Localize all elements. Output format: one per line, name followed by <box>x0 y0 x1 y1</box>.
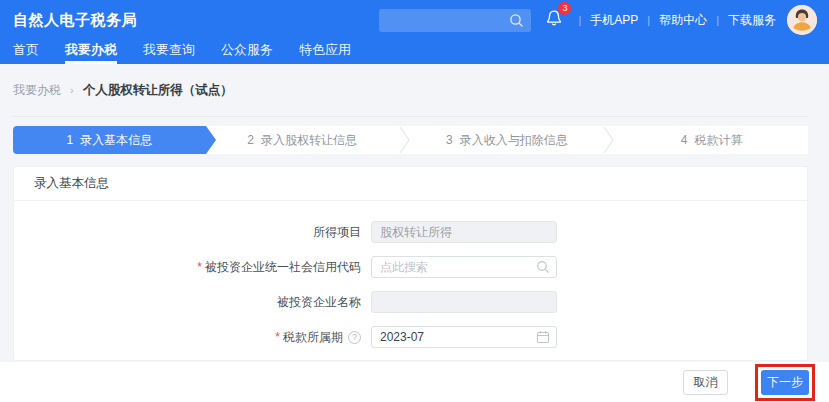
step-1-basic-info[interactable]: 1 录入基本信息 <box>13 126 206 154</box>
nav-item-file-tax[interactable]: 我要办税 <box>65 40 117 64</box>
breadcrumb-separator-icon: › <box>70 84 74 96</box>
section-title: 录入基本信息 <box>14 167 807 201</box>
step-label: 录入股权转让信息 <box>261 132 357 149</box>
nav-item-query[interactable]: 我要查询 <box>143 40 195 64</box>
header-separator: | <box>647 14 650 26</box>
avatar-illustration <box>787 5 817 35</box>
header-separator: | <box>716 14 719 26</box>
page-body: 我要办税 › 个人股权转让所得（试点） 1 录入基本信息 2 录入股权转让信息 … <box>0 64 829 402</box>
step-separator-chevron-icon <box>603 126 615 154</box>
user-avatar[interactable] <box>787 5 817 35</box>
field-label: 所得项目 <box>14 224 371 241</box>
breadcrumb-parent[interactable]: 我要办税 <box>13 82 61 99</box>
next-step-button[interactable]: 下一步 <box>761 370 809 395</box>
search-icon[interactable] <box>509 13 524 28</box>
field-label: * 被投资企业统一社会信用代码 <box>14 259 371 276</box>
annotation-highlight-box: 下一步 <box>755 364 815 401</box>
step-3-income-deduction-info[interactable]: 3 录入收入与扣除信息 <box>411 126 604 154</box>
nav-item-featured-apps[interactable]: 特色应用 <box>299 40 351 64</box>
basic-info-card: 录入基本信息 所得项目 * 被投资企业统一社会信用代码 <box>13 166 808 361</box>
company-name-input-wrap <box>371 291 557 313</box>
required-asterisk: * <box>275 330 280 344</box>
basic-info-form: 所得项目 * 被投资企业统一社会信用代码 <box>14 201 807 362</box>
field-income-item: 所得项目 <box>14 221 807 243</box>
breadcrumb-divider <box>13 116 808 117</box>
main-nav: 首页 我要办税 我要查询 公众服务 特色应用 <box>0 40 829 64</box>
step-wizard: 1 录入基本信息 2 录入股权转让信息 3 录入收入与扣除信息 4 税款计算 <box>13 126 808 154</box>
step-number: 2 <box>247 133 254 147</box>
step-number: 4 <box>681 133 688 147</box>
header-actions: 3 | 手机APP | 帮助中心 | 下载服务 <box>379 0 817 40</box>
app-window: 自然人电子税务局 3 | 手机APP | 帮助中心 | 下载服务 <box>0 0 829 402</box>
field-label: * 税款所属期 ? <box>14 329 371 346</box>
step-separator-chevron-icon <box>399 126 411 154</box>
step-2-equity-transfer-info[interactable]: 2 录入股权转让信息 <box>206 126 399 154</box>
credit-code-input-wrap <box>371 256 557 278</box>
nav-item-home[interactable]: 首页 <box>13 40 39 64</box>
step-4-tax-calculation[interactable]: 4 税款计算 <box>615 126 808 154</box>
step-label: 录入基本信息 <box>80 132 152 149</box>
label-text: 税款所属期 <box>283 329 343 346</box>
label-text: 所得项目 <box>313 224 361 241</box>
link-help-center[interactable]: 帮助中心 <box>659 12 707 29</box>
search-icon[interactable] <box>536 260 550 274</box>
label-text: 被投资企业名称 <box>277 294 361 311</box>
income-item-input <box>371 221 557 243</box>
income-item-input-wrap <box>371 221 557 243</box>
credit-code-input[interactable] <box>371 256 557 278</box>
calendar-icon[interactable] <box>536 330 550 344</box>
top-header: 自然人电子税务局 3 | 手机APP | 帮助中心 | 下载服务 <box>0 0 829 40</box>
step-number: 1 <box>67 133 74 147</box>
label-text: 被投资企业统一社会信用代码 <box>205 259 361 276</box>
breadcrumb-current: 个人股权转让所得（试点） <box>83 82 233 99</box>
link-mobile-app[interactable]: 手机APP <box>590 12 638 29</box>
field-company-name: 被投资企业名称 <box>14 291 807 313</box>
action-bar: 取消 下一步 <box>0 362 829 402</box>
link-download-service[interactable]: 下载服务 <box>728 12 776 29</box>
step-label: 录入收入与扣除信息 <box>460 132 568 149</box>
field-label: 被投资企业名称 <box>14 294 371 311</box>
app-title: 自然人电子税务局 <box>13 11 137 30</box>
nav-item-public-service[interactable]: 公众服务 <box>221 40 273 64</box>
step-label: 税款计算 <box>694 132 742 149</box>
tax-period-input[interactable] <box>371 326 557 348</box>
required-asterisk: * <box>197 260 202 274</box>
notification-bell[interactable]: 3 <box>545 8 563 32</box>
step-number: 3 <box>446 133 453 147</box>
help-glyph: ? <box>352 332 357 342</box>
notification-badge: 3 <box>558 2 571 15</box>
field-company-credit-code: * 被投资企业统一社会信用代码 <box>14 256 807 278</box>
global-search[interactable] <box>379 9 531 32</box>
cancel-button[interactable]: 取消 <box>683 370 728 395</box>
breadcrumb: 我要办税 › 个人股权转让所得（试点） <box>0 64 829 116</box>
company-name-input <box>371 291 557 313</box>
header-separator: | <box>578 14 581 26</box>
field-tax-period: * 税款所属期 ? <box>14 326 807 348</box>
tax-period-input-wrap <box>371 326 557 348</box>
help-icon[interactable]: ? <box>348 331 361 344</box>
